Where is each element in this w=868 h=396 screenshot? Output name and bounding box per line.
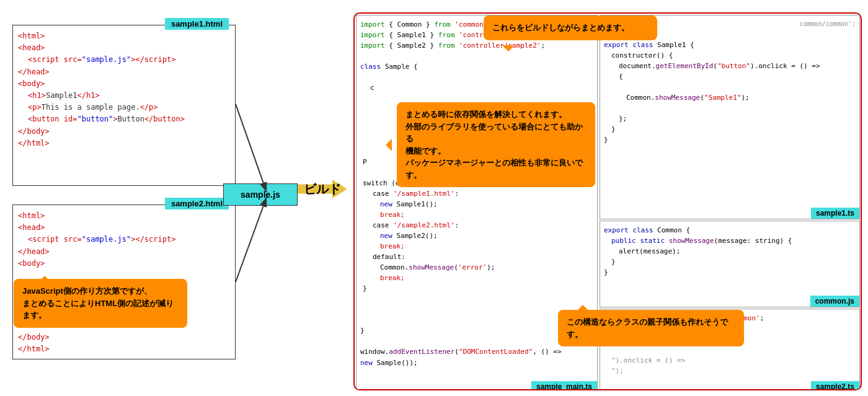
- bubble-bot-right: この構造ならクラスの親子関係も作れそうです。: [558, 310, 744, 346]
- common-js-code: export class Common { public static show…: [604, 225, 856, 278]
- samplejs-label: sample.js: [241, 190, 280, 200]
- sample1-html-tab: sample1.html: [165, 18, 229, 30]
- sample1-ts-tab: sample1.ts: [811, 208, 859, 219]
- svg-line-2: [236, 197, 267, 282]
- panel-common-js: export class Common { public static show…: [600, 221, 860, 307]
- sample1-html-code: <html> <head> <script src="sample.js"></…: [18, 30, 230, 149]
- sample-main-tab: sample_main.ts: [531, 381, 597, 390]
- bubble-bot-left: JavaScript側の作り方次第ですが、 まとめることによりHTML側の記述が…: [14, 279, 187, 328]
- main-container: sample1.html <html> <head> <script src="…: [0, 0, 868, 396]
- panel-sample1-ts: common/common'; export class Sample1 { c…: [600, 15, 860, 219]
- bubble-top: これらをビルドしながらまとめます。: [484, 15, 657, 40]
- common-js-tab: common.js: [810, 296, 859, 307]
- build-label: ビルド: [304, 181, 341, 198]
- svg-line-1: [236, 104, 267, 192]
- sample1-html-box: sample1.html <html> <head> <script src="…: [12, 25, 236, 186]
- bubble-mid: まとめる時に依存関係を解決してくれます。 外部のライブラリを使っている場合にとて…: [397, 102, 595, 187]
- samplejs-box: sample.js: [223, 183, 298, 206]
- sample2-ts-tab: sample2.ts: [811, 381, 859, 390]
- sample2-html-tab: sample2.html: [165, 198, 229, 209]
